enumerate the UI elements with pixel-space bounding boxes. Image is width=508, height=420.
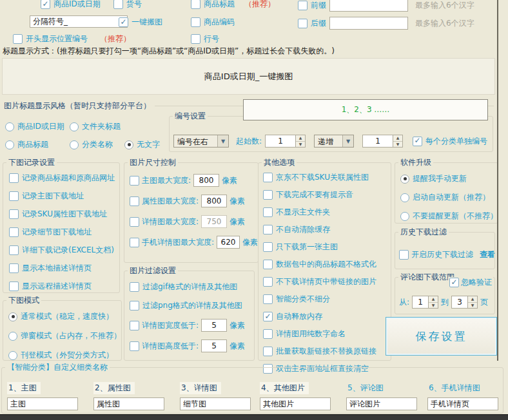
chevron-down-icon[interactable]: ▼ [342, 135, 353, 147]
checkbox[interactable] [130, 176, 139, 186]
radio-product-title[interactable] [5, 140, 14, 149]
checkbox[interactable] [263, 294, 273, 304]
option-product-code[interactable]: 商品编码 [191, 17, 235, 28]
size-row-detail[interactable]: 详情图最大宽度: 像素 [130, 215, 258, 228]
checkbox-position-number[interactable] [13, 34, 23, 44]
size-row-main[interactable]: 主图最大宽度: 像素 [130, 174, 258, 187]
checkbox[interactable] [9, 209, 19, 219]
checkbox[interactable] [263, 190, 273, 200]
radio-no-text[interactable] [124, 140, 133, 149]
checkbox[interactable] [263, 260, 273, 269]
spin-down-icon[interactable]: ▼ [429, 303, 438, 309]
checkbox[interactable] [130, 282, 139, 292]
mode-popup[interactable]: 弹窗模式（占内存，不推荐） [8, 330, 121, 341]
spin-down-icon[interactable]: ▼ [296, 142, 305, 148]
checkbox-onekey-move[interactable] [119, 17, 128, 27]
radio-folder-title[interactable] [70, 122, 79, 131]
min-width-input[interactable] [201, 319, 227, 332]
checkbox-product-id-date[interactable] [41, 0, 50, 9]
record-item[interactable]: 记录商品标题和原商品网址 [9, 173, 119, 184]
record-item[interactable]: 记录SKU属性图下载地址 [9, 209, 119, 220]
option-line-number[interactable]: 行号 [191, 33, 219, 44]
radio-mode-listing[interactable] [8, 351, 17, 360]
option-product-id-date[interactable]: 商品ID或日期 [41, 0, 101, 10]
radio-option-category-name[interactable]: 分类名称 [70, 139, 113, 150]
start-number-input[interactable] [265, 135, 295, 148]
record-item[interactable]: 记录细节图下载地址 [9, 227, 119, 238]
record-item[interactable]: 显示本地描述详情页 [9, 263, 119, 274]
mode-normal[interactable]: 通常模式（稳定，速度快） [8, 311, 121, 322]
checkbox[interactable] [130, 196, 139, 206]
other-item[interactable]: 详情图用纯数字命名 [263, 329, 391, 339]
view-history-link[interactable]: 查看 [480, 249, 495, 260]
checkbox[interactable] [9, 173, 19, 183]
checkbox[interactable] [9, 282, 19, 291]
checkbox[interactable] [263, 242, 273, 252]
radio-mode-normal[interactable] [8, 312, 17, 321]
option-onekey-move[interactable]: 一键搬图 [119, 17, 162, 28]
record-item[interactable]: 显示远程描述详情页 [9, 281, 119, 292]
checkbox[interactable] [263, 277, 273, 287]
radio-option-folder-title[interactable]: 文件夹标题 [70, 121, 121, 132]
radio-option-no-text[interactable]: 无文字 [124, 139, 160, 150]
option-suffix[interactable]: 后缀 最多输入6个汉字 [298, 17, 474, 30]
checkbox-suffix[interactable] [298, 19, 308, 28]
size-row-mobile[interactable]: 手机详情图最大宽度: 像素 [130, 236, 258, 249]
spinner-buttons[interactable]: ▲▼ [428, 296, 438, 309]
spin-up-icon[interactable]: ▲ [296, 135, 305, 142]
checkbox[interactable] [9, 263, 19, 273]
number-position-select[interactable]: 编号在右 ▼ [173, 135, 229, 148]
step-stepper[interactable]: ▲▼ [362, 135, 403, 148]
from-page-stepper[interactable]: ▲▼ [412, 296, 438, 309]
checkbox[interactable] [263, 207, 273, 217]
category-input-1[interactable] [7, 397, 78, 410]
category-input-2[interactable] [93, 397, 164, 410]
spin-up-icon[interactable]: ▲ [429, 296, 438, 303]
option-position-number[interactable]: 开头显示位置编号 （推荐） [13, 33, 131, 44]
checkbox-product-code[interactable] [191, 17, 200, 27]
upgrade-auto[interactable]: 启动自动更新（推荐） [400, 192, 498, 203]
spinner-buttons[interactable]: ▲▼ [467, 296, 478, 309]
other-item-auto-release[interactable]: 自动释放内存 [263, 311, 391, 322]
filter-gif[interactable]: 过滤gif格式的详情及其他图 [130, 282, 254, 292]
prefix-input[interactable] [329, 0, 408, 12]
mode-listing[interactable]: 刊登模式（外贸分类方式） [8, 350, 121, 361]
detail-max-width-input[interactable] [201, 215, 227, 228]
radio-upgrade-auto[interactable] [400, 193, 409, 202]
category-input-6[interactable] [427, 397, 498, 410]
spinner-buttons[interactable]: ▲▼ [393, 135, 403, 148]
mobile-max-width-input[interactable] [217, 236, 240, 249]
other-item[interactable]: 只下载第一张主图 [263, 242, 391, 253]
other-item[interactable]: 数据包中的商品标题不格式化 [263, 259, 391, 270]
category-input-5[interactable] [346, 397, 417, 410]
other-item[interactable]: 不下载详情页中带链接的图片 [263, 276, 391, 287]
checkbox[interactable] [263, 329, 273, 339]
start-number-stepper[interactable]: ▲▼ [265, 135, 306, 148]
checkbox[interactable] [130, 301, 139, 310]
other-item[interactable]: 京东不下载SKU关联属性图 [263, 172, 391, 183]
option-product-title[interactable]: 商品标题 （推荐） [191, 0, 275, 10]
radio-upgrade-none[interactable] [400, 212, 409, 221]
spin-up-icon[interactable]: ▲ [393, 135, 402, 142]
checkbox[interactable] [263, 312, 273, 321]
separator-input[interactable] [30, 15, 128, 28]
chevron-down-icon[interactable]: ▼ [217, 135, 228, 147]
spin-up-icon[interactable]: ▲ [468, 296, 477, 303]
record-item[interactable]: 详细下载记录(EXCEL文档) [9, 245, 119, 256]
checkbox[interactable] [263, 225, 273, 234]
spinner-buttons[interactable]: ▲▼ [295, 135, 306, 148]
category-input-4[interactable] [260, 397, 331, 410]
checkbox[interactable] [263, 173, 273, 182]
other-item[interactable]: 不显示主文件夹 [263, 207, 391, 218]
radio-id-date[interactable] [5, 122, 14, 131]
checkbox-item-number[interactable] [113, 0, 123, 9]
spin-down-icon[interactable]: ▼ [468, 303, 477, 309]
checkbox[interactable] [9, 227, 19, 237]
from-page-input[interactable] [412, 296, 428, 309]
radio-category-name[interactable] [70, 140, 79, 149]
radio-mode-popup[interactable] [8, 332, 17, 341]
to-page-input[interactable] [451, 296, 467, 309]
increment-select[interactable]: 递增 ▼ [314, 135, 354, 148]
checkbox[interactable] [9, 245, 19, 255]
checkbox-history-filter[interactable] [399, 250, 409, 260]
